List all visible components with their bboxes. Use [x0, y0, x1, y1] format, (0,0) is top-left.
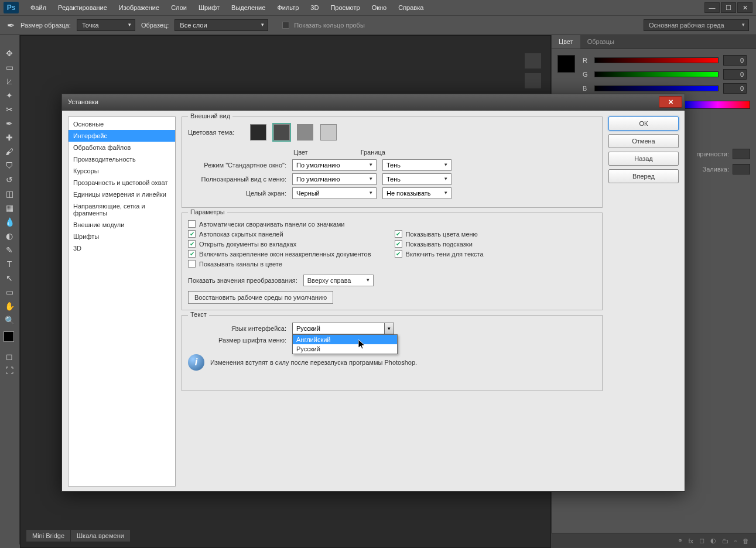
- standard-color-dropdown[interactable]: По умолчанию: [292, 159, 377, 171]
- panel-icon-2[interactable]: [524, 73, 542, 89]
- prev-button[interactable]: Назад: [608, 152, 679, 166]
- path-select-tool-icon[interactable]: ↖: [2, 272, 16, 285]
- sample-size-dropdown[interactable]: Точка: [77, 19, 135, 31]
- mini-bridge-tab[interactable]: Mini Bridge: [26, 530, 71, 542]
- tooltips-checkbox[interactable]: [395, 240, 402, 248]
- timeline-tab[interactable]: Шкала времени: [71, 530, 131, 542]
- pen-tool-icon[interactable]: ✎: [2, 244, 16, 256]
- marquee-tool-icon[interactable]: ▭: [2, 61, 16, 74]
- lang-option-english[interactable]: Английский: [293, 335, 397, 344]
- fx-icon[interactable]: fx: [689, 537, 694, 544]
- g-value-input[interactable]: 0: [723, 69, 747, 80]
- magic-wand-tool-icon[interactable]: ✦: [2, 89, 16, 102]
- cat-file-handling[interactable]: Обработка файлов: [69, 142, 175, 153]
- theme-swatch-medium-light[interactable]: [297, 124, 313, 141]
- g-slider[interactable]: [594, 71, 719, 77]
- fullscreen-color-dropdown[interactable]: Черный: [292, 187, 377, 199]
- cat-3d[interactable]: 3D: [69, 242, 175, 254]
- menu-colors-checkbox[interactable]: [395, 230, 402, 238]
- dodge-tool-icon[interactable]: ◐: [2, 230, 16, 242]
- menu-select[interactable]: Выделение: [225, 2, 271, 13]
- color-tab[interactable]: Цвет: [552, 35, 580, 49]
- menu-window[interactable]: Окно: [366, 2, 393, 13]
- cat-plugins[interactable]: Внешние модули: [69, 219, 175, 231]
- foreground-color-swatch[interactable]: [4, 331, 14, 342]
- menu-help[interactable]: Справка: [392, 2, 429, 13]
- menu-file[interactable]: Файл: [25, 2, 52, 13]
- menu-edit[interactable]: Редактирование: [52, 2, 113, 13]
- standard-border-dropdown[interactable]: Тень: [382, 159, 451, 171]
- cat-type[interactable]: Шрифты: [69, 231, 175, 242]
- open-tabs-checkbox[interactable]: [188, 240, 196, 248]
- hand-tool-icon[interactable]: ✋: [2, 300, 16, 313]
- minimize-button[interactable]: —: [704, 2, 720, 13]
- adjustment-icon[interactable]: ◐: [710, 537, 716, 544]
- dialog-titlebar[interactable]: Установки ✕: [62, 94, 685, 111]
- sample-layers-dropdown[interactable]: Все слои: [175, 19, 268, 31]
- lasso-tool-icon[interactable]: ⟀: [2, 75, 16, 88]
- r-value-input[interactable]: 0: [723, 55, 747, 66]
- auto-show-checkbox[interactable]: [188, 230, 196, 238]
- opacity-dropdown[interactable]: [733, 149, 750, 159]
- cat-cursors[interactable]: Курсоры: [69, 165, 175, 177]
- fullscreen-border-dropdown[interactable]: Не показывать: [382, 187, 451, 199]
- channels-color-checkbox[interactable]: [188, 260, 196, 268]
- close-window-button[interactable]: ✕: [737, 2, 752, 13]
- quickmask-icon[interactable]: ◻: [2, 350, 16, 363]
- transform-values-dropdown[interactable]: Вверху справа: [303, 275, 374, 286]
- brush-tool-icon[interactable]: 🖌: [2, 145, 16, 158]
- cat-performance[interactable]: Производительность: [69, 153, 175, 165]
- fullscreen-menu-border-dropdown[interactable]: Тень: [382, 173, 451, 185]
- cat-transparency[interactable]: Прозрачность и цветовой охват: [69, 177, 175, 189]
- ok-button[interactable]: ОК: [608, 117, 679, 131]
- b-value-input[interactable]: 0: [723, 83, 747, 94]
- move-tool-icon[interactable]: ✥: [2, 47, 16, 60]
- menu-view[interactable]: Просмотр: [324, 2, 365, 13]
- cat-interface[interactable]: Интерфейс: [69, 130, 175, 142]
- swatches-tab[interactable]: Образцы: [580, 35, 621, 49]
- menu-3d[interactable]: 3D: [305, 2, 324, 13]
- text-shadows-checkbox[interactable]: [395, 250, 402, 258]
- eraser-tool-icon[interactable]: ◫: [2, 187, 16, 200]
- menu-type[interactable]: Шрифт: [193, 2, 225, 13]
- theme-swatch-dark[interactable]: [250, 124, 266, 141]
- next-button[interactable]: Вперед: [608, 169, 679, 183]
- blur-tool-icon[interactable]: 💧: [2, 215, 16, 228]
- b-slider[interactable]: [594, 85, 719, 91]
- auto-collapse-checkbox[interactable]: [188, 220, 196, 228]
- healing-brush-tool-icon[interactable]: ✚: [2, 131, 16, 144]
- ui-language-dropdown[interactable]: Русский ▾ Английский Русский: [292, 323, 394, 334]
- crop-tool-icon[interactable]: ✂: [2, 103, 16, 116]
- gradient-tool-icon[interactable]: ▦: [2, 201, 16, 214]
- fullscreen-menu-color-dropdown[interactable]: По умолчанию: [292, 173, 377, 185]
- menu-filter[interactable]: Фильтр: [271, 2, 305, 13]
- eyedropper-tool-icon[interactable]: ✒: [2, 117, 16, 130]
- stamp-tool-icon[interactable]: ⛉: [2, 159, 16, 172]
- r-slider[interactable]: [594, 57, 719, 63]
- mask-icon[interactable]: ◻: [699, 537, 704, 544]
- cat-guides[interactable]: Направляющие, сетка и фрагменты: [69, 200, 175, 219]
- cat-units[interactable]: Единицы измерения и линейки: [69, 189, 175, 200]
- cancel-button[interactable]: Отмена: [608, 134, 679, 148]
- show-sampling-ring-checkbox[interactable]: [282, 22, 289, 29]
- type-tool-icon[interactable]: T: [2, 258, 16, 270]
- theme-swatch-medium-dark[interactable]: [273, 124, 290, 141]
- newlayer-icon[interactable]: ▫: [734, 537, 737, 544]
- folder-icon[interactable]: 🗀: [722, 537, 728, 544]
- fill-dropdown[interactable]: [733, 164, 750, 174]
- enable-dock-checkbox[interactable]: [188, 250, 196, 258]
- dialog-close-button[interactable]: ✕: [659, 96, 682, 108]
- theme-swatch-light[interactable]: [320, 124, 337, 141]
- dropdown-arrow-icon[interactable]: ▾: [384, 323, 394, 334]
- menu-layer[interactable]: Слои: [165, 2, 193, 13]
- workspace-dropdown[interactable]: Основная рабочая среда: [644, 19, 749, 31]
- trash-icon[interactable]: 🗑: [743, 537, 749, 544]
- screenmode-icon[interactable]: ⛶: [2, 364, 16, 377]
- panel-icon-1[interactable]: [524, 53, 542, 69]
- link-icon[interactable]: ⚭: [678, 537, 683, 544]
- menu-image[interactable]: Изображение: [113, 2, 165, 13]
- maximize-button[interactable]: ☐: [721, 2, 736, 13]
- restore-workspaces-button[interactable]: Восстановить рабочие среды по умолчанию: [188, 291, 333, 304]
- color-fg-swatch[interactable]: [557, 55, 575, 73]
- history-brush-tool-icon[interactable]: ↺: [2, 173, 16, 186]
